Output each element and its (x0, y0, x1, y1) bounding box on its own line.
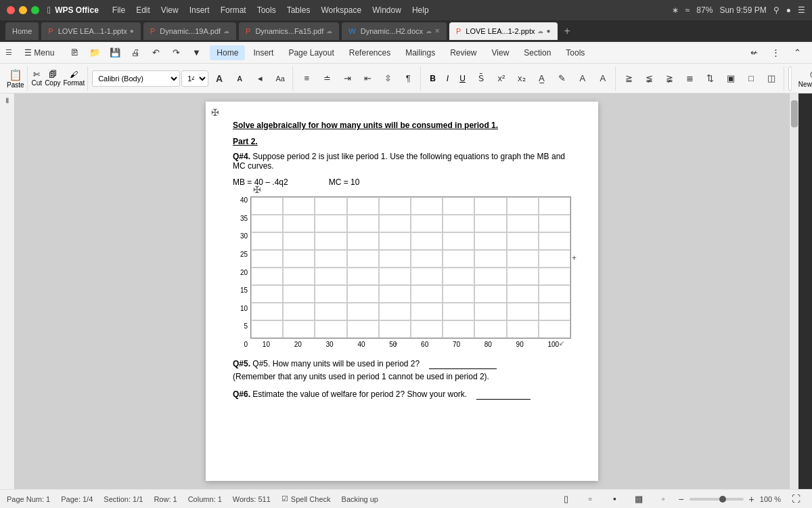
restore-icon[interactable]: ↚ (744, 43, 763, 62)
text-shade-icon[interactable]: A (573, 69, 592, 88)
font-color-icon[interactable]: A̲ (533, 69, 551, 88)
close-button[interactable] (7, 6, 15, 14)
dropdown-arrow[interactable]: ▼ (187, 43, 206, 62)
paste-button[interactable]: 📋 Paste (7, 68, 24, 89)
outdent-icon[interactable]: ⇤ (358, 69, 377, 88)
more-icon[interactable]: ⋮ (766, 43, 785, 62)
cut-button[interactable]: ✄ Cut (32, 70, 43, 87)
chevron-up-icon[interactable]: ⌃ (788, 43, 807, 62)
menu-tab-mailings[interactable]: Mailings (399, 45, 442, 60)
format-button[interactable]: 🖌 Format (64, 70, 85, 87)
superscript-icon[interactable]: x² (492, 69, 511, 88)
sidebar-toggle-icon[interactable]: ☰ (5, 48, 12, 57)
tab-close-4[interactable]: ✕ (434, 27, 440, 35)
tab-love-lea1[interactable]: P LOVE LEA...1-1.pptx ● (41, 22, 141, 40)
user-icon[interactable]: ● (786, 5, 791, 15)
view-web-icon[interactable]: ▪ (605, 490, 624, 509)
menu-item-menu[interactable]: ☰ Menu (18, 45, 61, 60)
underline-button[interactable]: U (455, 70, 470, 87)
new-style-button[interactable]: ☺ New Style (796, 67, 812, 89)
tables-menu[interactable]: Tables (287, 5, 311, 15)
font-grow-icon[interactable]: A (210, 69, 229, 88)
shading-icon[interactable]: ▣ (721, 69, 740, 88)
align-left-icon[interactable]: ≧ (620, 69, 639, 88)
tab-home[interactable]: Home (5, 22, 39, 40)
tab-dynamich2[interactable]: W Dynamic...H2.docx ☁ ✕ (342, 22, 447, 40)
print-icon[interactable]: 🖨 (126, 43, 145, 62)
menu-tab-review[interactable]: Review (443, 45, 483, 60)
menu-tab-tools[interactable]: Tools (559, 45, 591, 60)
x-80: 80 (484, 341, 492, 348)
italic-button[interactable]: I (442, 70, 453, 87)
checkbox-icon: ☑ (281, 494, 288, 503)
redo-icon[interactable]: ↷ (166, 43, 185, 62)
tab-dynamic19a[interactable]: P Dynamic...19A.pdf ☁ (143, 22, 236, 40)
view-page-icon[interactable]: ▯ (556, 490, 575, 509)
borders-icon[interactable]: □ (742, 69, 761, 88)
zoom-plus-button[interactable]: + (749, 494, 754, 505)
line-spacing-icon[interactable]: ⇅ (701, 69, 720, 88)
spell-check-button[interactable]: ☑ Spell Check (281, 494, 331, 503)
menu-tab-section[interactable]: Section (517, 45, 558, 60)
tab-dynamicsfa15[interactable]: P Dynamics...Fa15.pdf ☁ (239, 22, 339, 40)
paragraph-icon[interactable]: ¶ (399, 69, 418, 88)
file-icon[interactable]: 🖹 (65, 43, 84, 62)
fullscreen-icon[interactable]: ⛶ (786, 490, 805, 509)
font-clear-icon[interactable]: ◂ (250, 69, 269, 88)
font-size-select[interactable]: 14 (181, 70, 208, 87)
window-menu[interactable]: Window (372, 5, 401, 15)
folder-icon[interactable]: 📁 (85, 43, 104, 62)
help-menu[interactable]: Help (412, 5, 429, 15)
tab-close-1[interactable]: ● (130, 27, 134, 35)
page-move-handle[interactable]: ✠ (211, 107, 219, 118)
search-icon[interactable]: ⚲ (773, 5, 780, 15)
maximize-button[interactable] (31, 6, 39, 14)
font-case-icon[interactable]: Aa (271, 69, 290, 88)
chart-move-handle[interactable]: ✠ (253, 184, 261, 195)
indent-icon[interactable]: ⇥ (338, 69, 357, 88)
font-shrink-icon[interactable]: A (230, 69, 249, 88)
left-sidebar: ▮ (0, 93, 15, 489)
align-justify-icon[interactable]: ≣ (681, 69, 700, 88)
view-read-icon[interactable]: ▫ (581, 490, 600, 509)
edit-menu[interactable]: Edit (136, 5, 150, 15)
view-outline-icon[interactable]: ▩ (629, 490, 648, 509)
scroll-thumb[interactable] (791, 100, 798, 127)
save-icon[interactable]: 💾 (106, 43, 125, 62)
file-menu[interactable]: File (112, 5, 125, 15)
format-menu[interactable]: Format (221, 5, 246, 15)
char-icon[interactable]: A (593, 69, 612, 88)
table-insert-icon[interactable]: ◫ (762, 69, 781, 88)
menu-tab-insert[interactable]: Insert (246, 45, 280, 60)
numbered-list-icon[interactable]: ≐ (317, 69, 336, 88)
strikethrough-icon[interactable]: S̄ (472, 69, 491, 88)
wifi-icon: ≈ (685, 5, 690, 15)
align-center-icon[interactable]: ≨ (640, 69, 659, 88)
add-tab-button[interactable]: + (560, 25, 574, 37)
highlight-icon[interactable]: ✎ (553, 69, 572, 88)
zoom-minus-button[interactable]: − (678, 494, 683, 505)
bold-button[interactable]: B (425, 70, 441, 87)
align-right-icon[interactable]: ≩ (660, 69, 679, 88)
tab-close-5[interactable]: ● (546, 27, 550, 35)
menu-icon[interactable]: ☰ (798, 5, 805, 15)
subscript-icon[interactable]: x₂ (512, 69, 531, 88)
menu-tab-pagelayout[interactable]: Page Layout (281, 45, 340, 60)
zoom-slider[interactable] (690, 498, 744, 501)
zoom-thumb[interactable] (719, 496, 726, 503)
menu-tab-home[interactable]: Home (210, 45, 245, 60)
workspace-menu[interactable]: Workspace (321, 5, 361, 15)
track-changes-icon[interactable]: ◦ (654, 490, 673, 509)
view-menu[interactable]: View (161, 5, 179, 15)
sort-icon[interactable]: ⇳ (378, 69, 397, 88)
minimize-button[interactable] (19, 6, 27, 14)
insert-menu[interactable]: Insert (189, 5, 210, 15)
undo-icon[interactable]: ↶ (146, 43, 165, 62)
menu-tab-references[interactable]: References (342, 45, 397, 60)
bullet-list-icon[interactable]: ≡ (297, 69, 316, 88)
menu-tab-view[interactable]: View (485, 45, 516, 60)
font-family-select[interactable]: Calibri (Body) (92, 70, 180, 87)
tab-love-lea2[interactable]: P LOVE LEA...1-2.pptx ☁ ● (449, 22, 558, 40)
tools-menu[interactable]: Tools (257, 5, 276, 15)
copy-button[interactable]: 🗐 Copy (45, 70, 60, 87)
